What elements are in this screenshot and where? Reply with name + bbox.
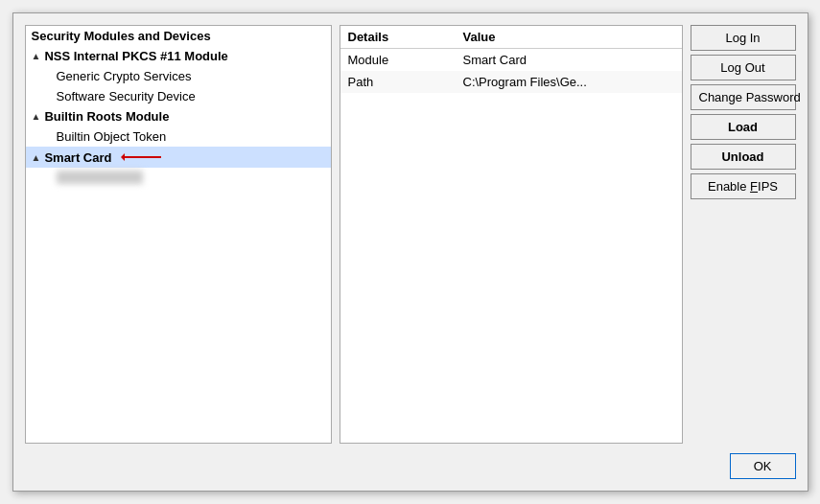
log-out-button[interactable]: Log Out	[691, 55, 796, 80]
triangle-icon: ▲	[32, 51, 41, 61]
blurred-device-name	[57, 171, 143, 184]
tree-item-software-security[interactable]: Software Security Device	[26, 86, 331, 106]
annotation-arrow	[121, 149, 167, 165]
svg-marker-1	[121, 153, 125, 161]
dialog-content: Security Modules and Devices ▲ NSS Inter…	[25, 25, 796, 444]
details-panel: Details Value Module Smart Card Path C:\…	[340, 25, 683, 444]
panel-header: Security Modules and Devices	[26, 26, 331, 46]
load-button[interactable]: Load	[691, 114, 796, 140]
log-in-button[interactable]: Log In	[691, 25, 796, 51]
tree-item-generic-crypto[interactable]: Generic Crypto Services	[26, 66, 331, 86]
triangle-icon-smartcard: ▲	[32, 152, 41, 163]
detail-label-path: Path	[340, 71, 456, 93]
detail-value-module: Smart Card	[456, 49, 682, 72]
tree-item-builtin-roots[interactable]: ▲ Builtin Roots Module	[26, 106, 331, 126]
details-table: Details Value Module Smart Card Path C:\…	[340, 26, 682, 93]
dialog-footer: OK	[25, 444, 796, 479]
table-row: Path C:\Program Files\Ge...	[340, 71, 682, 93]
ok-button[interactable]: OK	[730, 453, 796, 479]
change-password-button[interactable]: Change Password	[691, 84, 796, 110]
detail-label-module: Module	[340, 49, 456, 72]
tree-item-smartcard-child[interactable]	[26, 168, 331, 188]
action-buttons-panel: Log In Log Out Change Password Load Unlo…	[691, 25, 796, 444]
tree-item-smart-card[interactable]: ▲ Smart Card	[26, 147, 331, 168]
tree-item-builtin-object[interactable]: Builtin Object Token	[26, 126, 331, 147]
triangle-icon-builtin: ▲	[32, 111, 41, 122]
security-modules-panel: Security Modules and Devices ▲ NSS Inter…	[25, 25, 332, 444]
enable-fips-label: Enable FIPS	[708, 179, 778, 194]
table-row: Module Smart Card	[340, 49, 682, 72]
enable-fips-button[interactable]: Enable FIPS	[691, 173, 796, 199]
value-column-header: Value	[456, 26, 682, 49]
tree-item-nss-module[interactable]: ▲ NSS Internal PKCS #11 Module	[26, 46, 331, 66]
details-column-header: Details	[340, 26, 456, 49]
detail-value-path: C:\Program Files\Ge...	[456, 71, 682, 93]
red-arrow-icon	[121, 149, 167, 165]
unload-button[interactable]: Unload	[691, 144, 796, 170]
security-devices-dialog: Security Modules and Devices ▲ NSS Inter…	[12, 12, 808, 492]
